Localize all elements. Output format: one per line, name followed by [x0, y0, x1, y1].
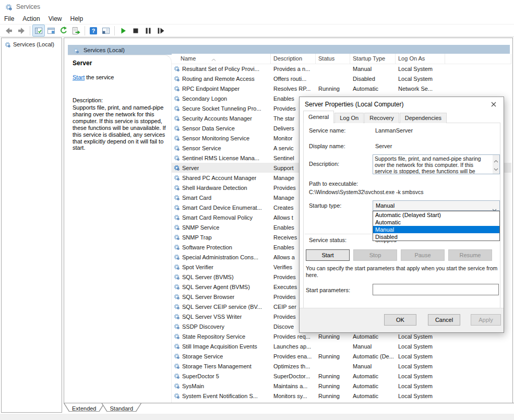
extended-sidebar: Server Start the service Description: Su… — [68, 55, 172, 403]
service-row[interactable]: Routing and Remote AccessOffers routi...… — [172, 74, 511, 83]
show-console-tree-icon[interactable] — [32, 25, 45, 37]
pause-button[interactable]: Pause — [401, 249, 445, 261]
service-row[interactable]: Storage Tiers ManagementOptimizes th...M… — [172, 361, 511, 371]
view-tab-extended[interactable]: Extended — [64, 403, 104, 412]
dialog-tab-dependencies[interactable]: Dependencies — [400, 113, 447, 123]
service-name: Secure Socket Tunneling Pro... — [182, 105, 261, 112]
server-properties-dialog: Server Properties (Local Computer) Gener… — [299, 97, 504, 333]
service-description: Optimizes th... — [271, 363, 316, 369]
service-row[interactable]: Storage ServiceProvides ena...RunningAut… — [172, 351, 511, 361]
service-description: Offers routi... — [271, 76, 316, 82]
service-row[interactable]: SysMainMaintains a...RunningAutomaticLoc… — [172, 381, 511, 391]
column-header-filler — [445, 54, 511, 64]
service-row[interactable]: Resultant Set of Policy Provi...Provides… — [172, 64, 511, 74]
properties-icon[interactable] — [45, 25, 57, 37]
startup-option-automatic-delayed-start-[interactable]: Automatic (Delayed Start) — [373, 211, 499, 219]
description-scrollbar[interactable] — [493, 155, 499, 174]
display-name-value: Server — [375, 143, 392, 149]
service-gear-icon — [173, 263, 180, 270]
service-name-cell: Secure Socket Tunneling Pro... — [172, 105, 271, 112]
path-value: C:\Windows\System32\svchost.exe -k smbsv… — [309, 189, 423, 195]
service-name: SNMP Service — [182, 224, 219, 231]
service-name: Server — [182, 165, 199, 171]
pause-service-icon[interactable] — [142, 25, 154, 37]
apply-button[interactable]: Apply — [471, 314, 501, 326]
restart-service-icon[interactable] — [154, 25, 167, 37]
service-gear-icon — [173, 194, 180, 201]
ok-button[interactable]: OK — [384, 314, 416, 326]
startup-option-automatic[interactable]: Automatic — [373, 219, 499, 226]
start-button[interactable]: Start — [306, 249, 350, 261]
service-gear-icon — [173, 373, 180, 379]
service-name: Resultant Set of Policy Provi... — [182, 66, 259, 72]
status-bar — [0, 414, 514, 420]
extended-view-icon[interactable] — [100, 25, 112, 37]
service-name-cell: SQL Server CEIP service (BV... — [172, 303, 271, 310]
startup-option-manual[interactable]: Manual — [373, 226, 499, 233]
service-name-cell: Still Image Acquisition Events — [172, 343, 271, 350]
service-name: Storage Tiers Management — [182, 363, 252, 369]
menu-file[interactable]: File — [0, 14, 18, 24]
display-name-label: Display name: — [309, 143, 345, 149]
startup-option-disabled[interactable]: Disabled — [373, 233, 499, 241]
start-parameters-input[interactable] — [373, 284, 499, 295]
service-row[interactable]: RPC Endpoint MapperResolves RP...Running… — [172, 83, 511, 93]
column-header-startup-type[interactable]: Startup Type — [350, 54, 396, 64]
service-name: Smart Card Device Enumerat... — [182, 205, 262, 211]
export-list-icon[interactable] — [70, 25, 82, 37]
service-logon-as: Local System — [396, 353, 445, 359]
service-gear-icon — [173, 95, 180, 102]
service-name-cell: Shell Hardware Detection — [172, 184, 271, 191]
service-name-cell: Smart Card Removal Policy — [172, 214, 271, 221]
dialog-tab-general[interactable]: General — [303, 111, 334, 123]
start-service-link[interactable]: Start — [73, 74, 85, 80]
sort-ascending-icon — [211, 54, 216, 64]
service-logon-as: Local System — [396, 363, 445, 369]
description-text: Supports file, print, and named-pipe sha… — [375, 155, 492, 174]
service-gear-icon — [173, 65, 180, 72]
service-gear-icon — [173, 303, 180, 310]
service-gear-icon — [173, 343, 180, 350]
stop-button[interactable]: Stop — [353, 249, 397, 261]
service-name-cell: SNMP Trap — [172, 234, 271, 241]
service-description: Provides a n... — [271, 66, 316, 72]
back-arrow-icon[interactable] — [3, 25, 15, 37]
stop-service-icon[interactable] — [129, 25, 142, 37]
close-icon[interactable] — [487, 100, 500, 109]
column-header-description[interactable]: Description — [271, 54, 316, 64]
tree-item-services-local[interactable]: Services (Local) — [4, 41, 62, 47]
help-icon[interactable]: ? — [87, 25, 100, 37]
menu-view[interactable]: View — [44, 14, 66, 24]
service-startup-type: Automatic (De... — [350, 353, 396, 359]
service-name: SNMP Trap — [182, 234, 212, 241]
console-tree-pane: Services (Local) — [1, 38, 62, 413]
toolbar-separator — [85, 26, 85, 35]
startup-type-label: Startup type: — [309, 202, 341, 209]
scroll-down-icon[interactable] — [494, 164, 498, 173]
service-gear-icon — [173, 224, 180, 231]
service-name-value: LanmanServer — [375, 127, 413, 134]
resume-button[interactable]: Resume — [448, 249, 492, 261]
menu-help[interactable]: Help — [66, 14, 88, 24]
menu-action[interactable]: Action — [18, 14, 44, 24]
column-header-label: Description — [273, 55, 302, 62]
service-gear-icon — [173, 214, 180, 221]
svg-text:?: ? — [92, 28, 95, 34]
startup-type-combobox[interactable]: Manual — [373, 200, 500, 211]
refresh-icon[interactable] — [57, 25, 70, 37]
view-tab-standard[interactable]: Standard — [101, 403, 141, 412]
service-name: Secondary Logon — [182, 95, 227, 102]
service-gear-icon — [173, 135, 180, 141]
service-row[interactable]: System Event Notification S...Monitors s… — [172, 391, 511, 401]
dialog-tab-recovery[interactable]: Recovery — [364, 113, 399, 123]
service-name-cell: Sentinel RMS License Mana... — [172, 154, 271, 161]
dialog-tab-log-on[interactable]: Log On — [334, 113, 364, 123]
service-row[interactable]: SuperDoctor 5SuperDoctor...RunningAutoma… — [172, 371, 511, 381]
cancel-button[interactable]: Cancel — [428, 314, 460, 326]
column-header-status[interactable]: Status — [316, 54, 350, 64]
start-service-icon[interactable] — [117, 25, 129, 37]
column-header-name[interactable]: Name — [172, 54, 271, 64]
service-row[interactable]: Still Image Acquisition EventsLaunches a… — [172, 341, 511, 351]
forward-arrow-icon[interactable] — [15, 25, 28, 37]
column-header-log-on-as[interactable]: Log On As — [396, 54, 445, 64]
